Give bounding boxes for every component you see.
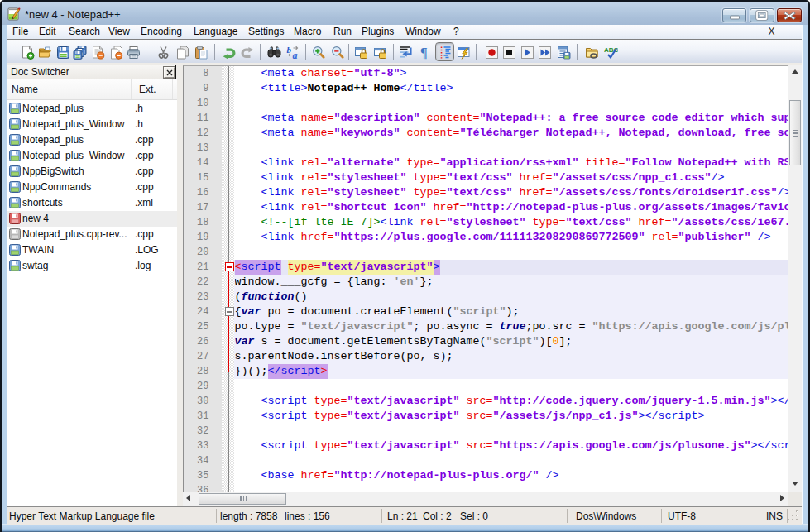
svg-text:¶: ¶ — [420, 46, 428, 60]
svg-text:a: a — [292, 50, 297, 60]
svg-text:b: b — [286, 46, 291, 55]
